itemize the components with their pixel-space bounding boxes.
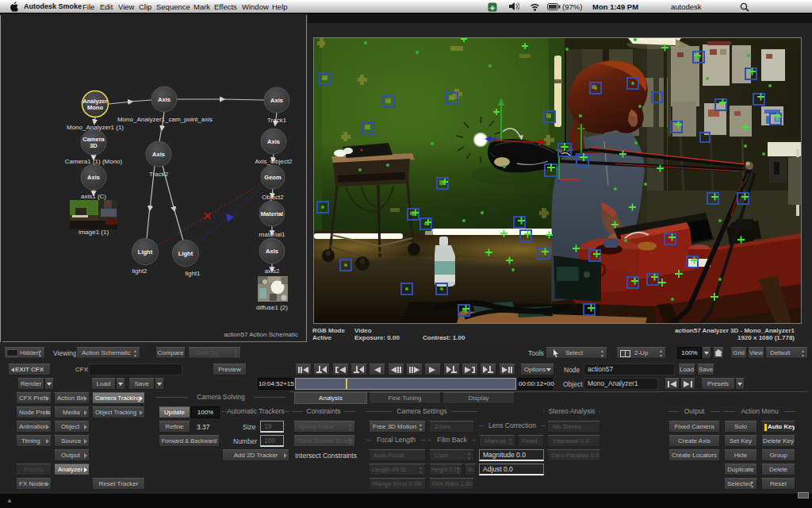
svg-text:Mono: Mono — [87, 104, 103, 111]
svg-text:Geom: Geom — [264, 174, 282, 181]
svg-text:3D: 3D — [90, 142, 98, 149]
svg-text:Axis: Axis — [152, 151, 165, 158]
svg-text:Light: Light — [178, 250, 193, 257]
svg-text:Object2: Object2 — [262, 194, 284, 201]
svg-text:axis2: axis2 — [265, 267, 280, 275]
svg-text:light1: light1 — [185, 270, 201, 277]
svg-text:material1: material1 — [259, 231, 285, 238]
svg-text:Axis: Axis — [270, 97, 283, 104]
svg-text:Axis: Axis — [87, 174, 100, 181]
svg-text:Track1: Track1 — [267, 117, 287, 124]
svg-text:Axis_Object2: Axis_Object2 — [255, 158, 293, 165]
svg-text:Track2: Track2 — [149, 171, 169, 178]
svg-text:Mono_Analyzer1_cam_point_axis: Mono_Analyzer1_cam_point_axis — [117, 116, 213, 123]
svg-text:Camera1 (1) (Mono): Camera1 (1) (Mono) — [65, 158, 123, 165]
svg-text:Material: Material — [261, 210, 283, 217]
svg-text:Light: Light — [138, 248, 153, 256]
svg-text:Axis: Axis — [266, 248, 278, 255]
svg-text:Axis: Axis — [158, 96, 170, 103]
svg-text:diffuse1 (2): diffuse1 (2) — [256, 304, 288, 311]
svg-text:Axis: Axis — [267, 138, 280, 145]
svg-text:Mono_Analyzer1 (1): Mono_Analyzer1 (1) — [67, 124, 124, 131]
svg-text:light2: light2 — [132, 267, 147, 275]
svg-text:axis1 (C): axis1 (C) — [81, 193, 106, 200]
svg-text:image1 (1): image1 (1) — [79, 229, 109, 236]
